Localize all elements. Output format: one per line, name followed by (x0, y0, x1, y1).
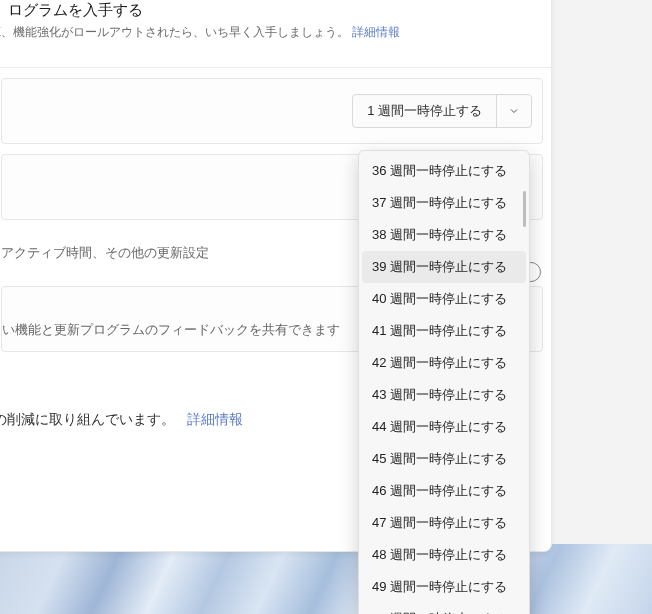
pause-duration-option[interactable]: 42 週間一時停止にする (362, 347, 526, 379)
pause-duration-menu: 36 週間一時停止にする37 週間一時停止にする38 週間一時停止にする39 週… (358, 150, 530, 614)
insider-program-subtitle: E、機能強化がロールアウトされたら、いち早く入手しましょう。 詳細情報 (0, 24, 539, 41)
menu-scrollbar[interactable] (523, 191, 526, 227)
pause-duration-option[interactable]: 38 週間一時停止にする (362, 219, 526, 251)
pause-duration-option[interactable]: 50 週間一時停止にする (362, 603, 526, 614)
insider-program-title: ゚ログラムを入手する (0, 1, 539, 20)
feedback-text: い機能と更新プログラムのフィードバックを共有できます (2, 322, 340, 339)
insider-program-row: ゚ログラムを入手する E、機能強化がロールアウトされたら、いち早く入手しましょう… (0, 0, 551, 68)
pause-duration-selected: 1 週間一時停止する (353, 95, 497, 127)
insider-program-subtext: E、機能強化がロールアウトされたら、いち早く入手しましょう。 (0, 25, 349, 39)
pause-duration-option[interactable]: 37 週間一時停止にする (362, 187, 526, 219)
pause-duration-option[interactable]: 47 週間一時停止にする (362, 507, 526, 539)
pause-duration-option[interactable]: 36 週間一時停止にする (362, 155, 526, 187)
pause-duration-option[interactable]: 48 週間一時停止にする (362, 539, 526, 571)
pause-duration-option[interactable]: 41 週間一時停止にする (362, 315, 526, 347)
pause-duration-option[interactable]: 45 週間一時停止にする (362, 443, 526, 475)
advanced-options-text: アクティブ時間、その他の更新設定 (1, 245, 209, 262)
pause-updates-row: 1 週間一時停止する (1, 78, 543, 144)
pause-duration-dropdown[interactable]: 1 週間一時停止する (352, 94, 532, 128)
pause-duration-option[interactable]: 39 週間一時停止にする (362, 251, 526, 283)
carbon-footer-note: の削減に取り組んでいます。 詳細情報 (0, 411, 243, 429)
insider-program-more-link[interactable]: 詳細情報 (352, 25, 400, 39)
pause-duration-option[interactable]: 43 週間一時停止にする (362, 379, 526, 411)
pause-duration-option[interactable]: 49 週間一時停止にする (362, 571, 526, 603)
pause-duration-option[interactable]: 46 週間一時停止にする (362, 475, 526, 507)
carbon-footer-link[interactable]: 詳細情報 (187, 412, 243, 427)
pause-duration-option[interactable]: 40 週間一時停止にする (362, 283, 526, 315)
chevron-down-icon (497, 95, 531, 127)
carbon-footer-text: の削減に取り組んでいます。 (0, 412, 175, 427)
desktop-wallpaper (0, 544, 652, 614)
pause-duration-option[interactable]: 44 週間一時停止にする (362, 411, 526, 443)
